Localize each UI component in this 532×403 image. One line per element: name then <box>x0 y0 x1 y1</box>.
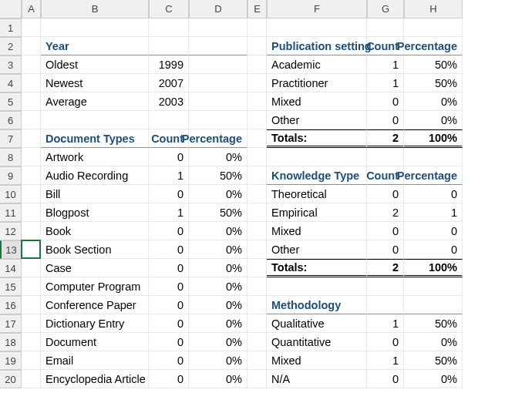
cell-H13[interactable]: 0 <box>404 240 463 259</box>
cell-C15[interactable]: 0 <box>149 277 189 296</box>
row-header-17[interactable]: 17 <box>0 314 22 333</box>
cell-D13[interactable]: 0% <box>189 240 247 259</box>
column-header-G[interactable]: G <box>367 0 404 18</box>
cell-C9[interactable]: 1 <box>149 166 189 185</box>
cell-A4[interactable] <box>22 74 41 92</box>
cell-G16[interactable] <box>367 296 404 314</box>
cell-H1[interactable] <box>404 18 463 37</box>
column-header-H[interactable]: H <box>404 0 463 18</box>
cell-B15[interactable]: Computer Program <box>41 277 149 296</box>
cell-E18[interactable] <box>247 333 267 351</box>
cell-B16[interactable]: Conference Paper <box>41 296 149 314</box>
cell-H18[interactable]: 0% <box>404 333 463 351</box>
row-header-8[interactable]: 8 <box>0 148 22 166</box>
cell-D6[interactable] <box>189 111 247 129</box>
cell-A13[interactable] <box>22 240 41 259</box>
cell-F6[interactable]: Other <box>267 111 367 129</box>
cell-F7[interactable]: Totals: <box>267 129 367 148</box>
cell-B14[interactable]: Case <box>41 259 149 277</box>
row-header-11[interactable]: 11 <box>0 203 22 222</box>
cell-E13[interactable] <box>247 240 267 259</box>
cell-C13[interactable]: 0 <box>149 240 189 259</box>
cell-H9[interactable]: Percentage <box>404 166 463 185</box>
cell-C3[interactable]: 1999 <box>149 55 189 74</box>
cell-B18[interactable]: Document <box>41 333 149 351</box>
row-header-1[interactable]: 1 <box>0 18 22 37</box>
cell-A17[interactable] <box>22 314 41 333</box>
cell-F9[interactable]: Knowledge Type <box>267 166 367 185</box>
cell-A15[interactable] <box>22 277 41 296</box>
cell-G18[interactable]: 0 <box>367 333 404 351</box>
row-header-14[interactable]: 14 <box>0 259 22 277</box>
row-header-20[interactable]: 20 <box>0 370 22 388</box>
cell-B7[interactable]: Document Types <box>41 129 149 148</box>
cell-H19[interactable]: 50% <box>404 351 463 370</box>
cell-A7[interactable] <box>22 129 41 148</box>
cell-H4[interactable]: 50% <box>404 74 463 92</box>
cell-C10[interactable]: 0 <box>149 185 189 203</box>
cell-C5[interactable]: 2003 <box>149 92 189 111</box>
cell-E5[interactable] <box>247 92 267 111</box>
cell-A2[interactable] <box>22 37 41 55</box>
row-header-12[interactable]: 12 <box>0 222 22 240</box>
column-header-C[interactable]: C <box>149 0 189 18</box>
cell-H14[interactable]: 100% <box>404 259 463 277</box>
cell-D18[interactable]: 0% <box>189 333 247 351</box>
column-header-D[interactable]: D <box>189 0 247 18</box>
cell-D19[interactable]: 0% <box>189 351 247 370</box>
cell-E14[interactable] <box>247 259 267 277</box>
cell-H17[interactable]: 50% <box>404 314 463 333</box>
cell-B17[interactable]: Dictionary Entry <box>41 314 149 333</box>
cell-A3[interactable] <box>22 55 41 74</box>
row-header-15[interactable]: 15 <box>0 277 22 296</box>
cell-G5[interactable]: 0 <box>367 92 404 111</box>
row-header-2[interactable]: 2 <box>0 37 22 55</box>
cell-F14[interactable]: Totals: <box>267 259 367 277</box>
cell-A11[interactable] <box>22 203 41 222</box>
cell-E15[interactable] <box>247 277 267 296</box>
cell-G10[interactable]: 0 <box>367 185 404 203</box>
cell-H8[interactable] <box>404 148 463 166</box>
cell-G6[interactable]: 0 <box>367 111 404 129</box>
cell-E8[interactable] <box>247 148 267 166</box>
cell-G15[interactable] <box>367 277 404 296</box>
cell-E4[interactable] <box>247 74 267 92</box>
row-header-7[interactable]: 7 <box>0 129 22 148</box>
cell-A8[interactable] <box>22 148 41 166</box>
row-header-9[interactable]: 9 <box>0 166 22 185</box>
row-header-19[interactable]: 19 <box>0 351 22 370</box>
cell-E12[interactable] <box>247 222 267 240</box>
cell-H3[interactable]: 50% <box>404 55 463 74</box>
cell-H11[interactable]: 1 <box>404 203 463 222</box>
cell-E9[interactable] <box>247 166 267 185</box>
cell-E6[interactable] <box>247 111 267 129</box>
cell-B4[interactable]: Newest <box>41 74 149 92</box>
cell-G1[interactable] <box>367 18 404 37</box>
cell-C2[interactable] <box>149 37 189 55</box>
cell-D14[interactable]: 0% <box>189 259 247 277</box>
cell-F11[interactable]: Empirical <box>267 203 367 222</box>
cell-H15[interactable] <box>404 277 463 296</box>
cell-A1[interactable] <box>22 18 41 37</box>
cell-D12[interactable]: 0% <box>189 222 247 240</box>
cell-H10[interactable]: 0 <box>404 185 463 203</box>
cell-B3[interactable]: Oldest <box>41 55 149 74</box>
row-header-5[interactable]: 5 <box>0 92 22 111</box>
cell-F2[interactable]: Publication setting <box>267 37 367 55</box>
cell-G19[interactable]: 1 <box>367 351 404 370</box>
cell-C18[interactable]: 0 <box>149 333 189 351</box>
cell-C1[interactable] <box>149 18 189 37</box>
spreadsheet[interactable]: ABCDEFGH12YearPublication settingCountPe… <box>0 0 532 388</box>
cell-B10[interactable]: Bill <box>41 185 149 203</box>
cell-G13[interactable]: 0 <box>367 240 404 259</box>
cell-H6[interactable]: 0% <box>404 111 463 129</box>
column-header-E[interactable]: E <box>247 0 267 18</box>
cell-C20[interactable]: 0 <box>149 370 189 388</box>
cell-F17[interactable]: Qualitative <box>267 314 367 333</box>
row-header-13[interactable]: 13 <box>0 240 22 259</box>
cell-H12[interactable]: 0 <box>404 222 463 240</box>
cell-H16[interactable] <box>404 296 463 314</box>
row-header-18[interactable]: 18 <box>0 333 22 351</box>
cell-D16[interactable]: 0% <box>189 296 247 314</box>
cell-F5[interactable]: Mixed <box>267 92 367 111</box>
